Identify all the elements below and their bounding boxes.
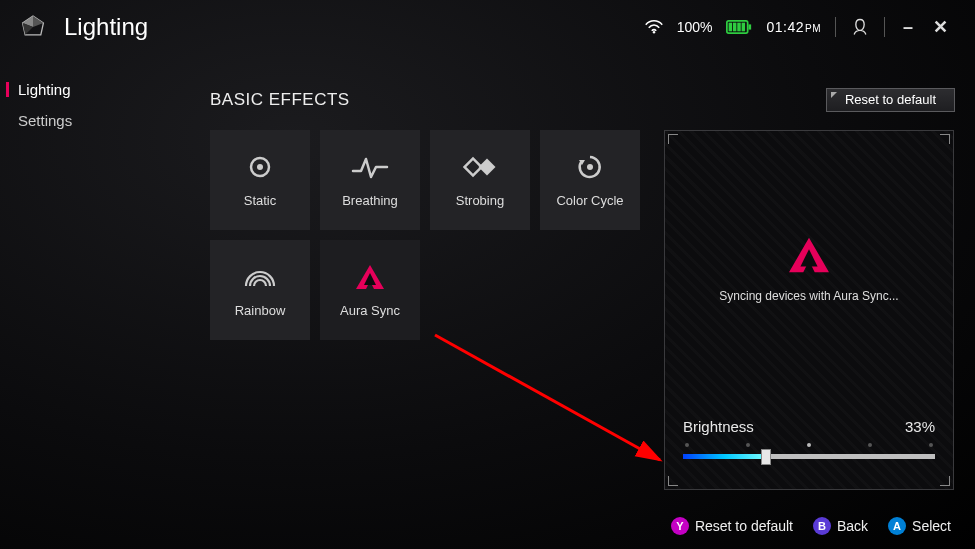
reset-to-default-button[interactable]: Reset to default: [826, 88, 955, 112]
battery-icon: [726, 20, 752, 34]
profile-icon[interactable]: [850, 17, 870, 37]
brightness-control: Brightness 33%: [665, 406, 953, 489]
preview-panel: Syncing devices with Aura Sync... Bright…: [664, 130, 954, 490]
wifi-icon: [645, 20, 663, 34]
b-button-icon: B: [813, 517, 831, 535]
app-logo-icon: [20, 14, 46, 40]
aura-sync-icon: [354, 263, 386, 291]
color-cycle-icon: [575, 153, 605, 181]
sidebar: Lighting Settings: [0, 74, 150, 136]
svg-rect-9: [738, 23, 741, 32]
hint-reset: YReset to default: [671, 517, 793, 535]
header: Lighting 100% 01:42PM – ✕: [0, 0, 975, 54]
svg-rect-7: [729, 23, 732, 32]
divider: [884, 17, 885, 37]
svg-rect-6: [749, 24, 752, 29]
brightness-slider[interactable]: [683, 447, 935, 467]
battery-percent: 100%: [677, 19, 713, 35]
static-icon: [245, 153, 275, 181]
minimize-button[interactable]: –: [899, 18, 917, 36]
brightness-label: Brightness: [683, 418, 754, 435]
hint-back: BBack: [813, 517, 868, 535]
effect-rainbow[interactable]: Rainbow: [210, 240, 310, 340]
svg-point-4: [652, 31, 654, 33]
effect-breathing[interactable]: Breathing: [320, 130, 420, 230]
effect-label: Breathing: [342, 193, 398, 208]
effect-color-cycle[interactable]: Color Cycle: [540, 130, 640, 230]
effect-label: Static: [244, 193, 277, 208]
effect-label: Rainbow: [235, 303, 286, 318]
rainbow-icon: [243, 263, 277, 291]
svg-rect-14: [479, 158, 496, 175]
hint-select: ASelect: [888, 517, 951, 535]
close-button[interactable]: ✕: [931, 18, 949, 36]
clock: 01:42PM: [766, 19, 821, 35]
effect-label: Aura Sync: [340, 303, 400, 318]
page-title: Lighting: [64, 13, 148, 41]
sidebar-item-settings[interactable]: Settings: [0, 105, 150, 136]
y-button-icon: Y: [671, 517, 689, 535]
svg-rect-8: [733, 23, 736, 32]
a-button-icon: A: [888, 517, 906, 535]
section-title: BASIC EFFECTS: [210, 90, 350, 110]
effect-strobing[interactable]: Strobing: [430, 130, 530, 230]
main: BASIC EFFECTS Reset to default Static Br…: [210, 88, 955, 497]
footer-hints: YReset to default BBack ASelect: [671, 517, 951, 535]
effect-aura-sync[interactable]: Aura Sync: [320, 240, 420, 340]
effects-grid: Static Breathing Strobing Color Cycle: [210, 130, 640, 490]
sidebar-item-lighting[interactable]: Lighting: [0, 74, 150, 105]
preview-message: Syncing devices with Aura Sync...: [719, 289, 898, 303]
svg-point-12: [257, 164, 263, 170]
effect-static[interactable]: Static: [210, 130, 310, 230]
aura-sync-icon: [786, 235, 832, 275]
divider: [835, 17, 836, 37]
effect-label: Color Cycle: [556, 193, 623, 208]
svg-rect-10: [742, 23, 745, 32]
breathing-icon: [351, 153, 389, 181]
svg-point-15: [587, 164, 593, 170]
strobing-icon: [463, 153, 497, 181]
effect-label: Strobing: [456, 193, 504, 208]
brightness-value: 33%: [905, 418, 935, 435]
